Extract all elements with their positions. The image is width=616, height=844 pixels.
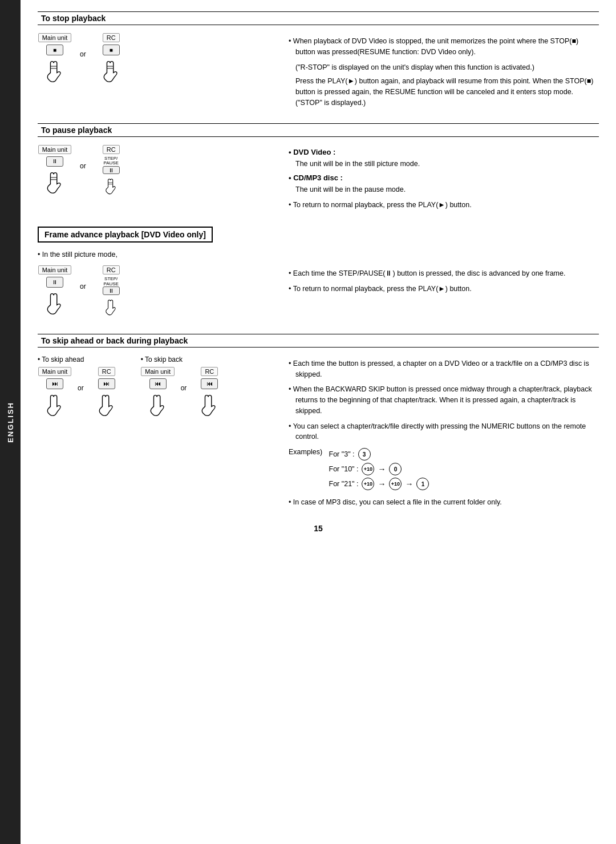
skip-body: To skip ahead Main unit ⏭: [38, 356, 599, 512]
for21-label: For "21" :: [329, 480, 359, 488]
for3-label: For "3" :: [329, 450, 355, 458]
skip-ahead-rc-btn: ⏭: [98, 378, 115, 389]
skip-back-main: Main unit ⏮: [141, 367, 175, 418]
skip-back-rc-hand: [197, 391, 222, 418]
skip-left: To skip ahead Main unit ⏭: [38, 356, 277, 512]
stop-note2: Press the PLAY(►) button again, and play…: [289, 76, 599, 108]
pause-main-btn: ⏸: [46, 156, 63, 167]
stop-bullet1: When playback of DVD Video is stopped, t…: [289, 36, 599, 58]
skip-ahead-main-hand: [42, 391, 67, 418]
pause-rc: RC STEP/PAUSE ⏸: [94, 145, 128, 196]
for21-btn2: +10: [389, 478, 402, 490]
pause-devices: Main unit ⏸ or: [38, 145, 277, 196]
stop-main-btn: ■: [46, 45, 63, 55]
for10-btn1: +10: [362, 463, 374, 475]
examples-section: Examples) For "3" : 3 For "10" :: [289, 448, 599, 492]
example-for10: For "10" : +10 → 0: [329, 463, 429, 475]
pause-main-hand: [42, 169, 67, 196]
skip-back-main-icon: ⏮: [141, 378, 175, 418]
dvd-video-note: The unit will be in the still picture mo…: [289, 159, 599, 169]
section-frame-advance: Frame advance playback [DVD Video only] …: [38, 227, 599, 322]
skip-ahead-devices: Main unit ⏭ or: [38, 367, 124, 418]
skip-back-rc-btn: ⏮: [201, 378, 218, 389]
stop-playback-right: When playback of DVD Video is stopped, t…: [289, 33, 599, 112]
frame-main-hand: [42, 290, 67, 317]
frame-advance-right: Each time the STEP/PAUSE(⏸) button is pr…: [289, 265, 599, 322]
pause-playback-title: To pause playback: [38, 124, 599, 137]
cd-mp3-label: CD/MP3 disc :: [289, 173, 599, 182]
section-pause-playback: To pause playback Main unit ⏸: [38, 123, 599, 215]
pause-rc-label: RC: [103, 145, 120, 154]
sidebar-label: ENGLISH: [6, 402, 15, 443]
frame-rc-label: RC: [103, 265, 120, 274]
section-skip: To skip ahead or back during playback To…: [38, 334, 599, 512]
frame-bullet2: To return to normal playback, press the …: [289, 284, 599, 294]
frame-rc-icon: STEP/PAUSE ⏸: [94, 277, 128, 317]
frame-rc-hand: [99, 297, 124, 317]
stop-main-hand: [42, 58, 67, 84]
skip-back-rc-icon: ⏮: [192, 378, 226, 418]
for21-arrow1: →: [378, 479, 386, 488]
stop-note1: ("R-STOP" is displayed on the unit's dis…: [289, 62, 599, 73]
skip-bullet3: You can select a chapter/track/file dire…: [289, 421, 599, 443]
main-content: To stop playback Main unit ■: [21, 0, 616, 844]
for21-btn3: 1: [416, 478, 429, 490]
skip-back-main-hand: [145, 391, 171, 418]
pause-main-icon: ⏸: [38, 156, 72, 196]
examples-header: Examples) For "3" : 3 For "10" :: [289, 448, 599, 492]
skip-ahead-item: To skip ahead Main unit ⏭: [38, 356, 124, 418]
examples-rows: For "3" : 3 For "10" : +10 → 0: [329, 448, 429, 492]
frame-or: or: [80, 282, 86, 290]
for10-btn2: 0: [389, 463, 402, 475]
step-pause-label: STEP/PAUSE: [103, 156, 119, 167]
stop-rc: RC ■: [94, 33, 128, 84]
stop-playback-title: To stop playback: [38, 12, 599, 25]
skip-ahead-label: To skip ahead: [38, 356, 84, 364]
stop-rc-hand: [99, 58, 124, 84]
stop-main-unit: Main unit ■: [38, 33, 72, 84]
skip-back-rc-label: RC: [201, 367, 218, 376]
frame-rc-btn: ⏸: [103, 286, 120, 294]
pause-bullet1: To return to normal playback, press the …: [289, 200, 599, 211]
frame-advance-left: Main unit ⏸ or RC: [38, 265, 277, 322]
example-for3: For "3" : 3: [329, 448, 429, 461]
skip-back-devices: Main unit ⏮ or: [141, 367, 227, 418]
pause-main-label: Main unit: [38, 145, 72, 154]
frame-step-pause-label: STEP/PAUSE: [103, 277, 119, 287]
for10-arrow: →: [378, 465, 386, 474]
pause-or: or: [80, 162, 86, 170]
frame-main-btn: ⏸: [46, 277, 63, 288]
for10-label: For "10" :: [329, 465, 359, 473]
frame-advance-pretext: In the still picture mode,: [38, 251, 599, 259]
example-for21: For "21" : +10 → +10 → 1: [329, 478, 429, 490]
frame-advance-body: Main unit ⏸ or RC: [38, 265, 599, 322]
skip-ahead-main-btn: ⏭: [46, 378, 63, 389]
frame-advance-title-wrap: Frame advance playback [DVD Video only]: [38, 227, 213, 251]
frame-advance-devices: Main unit ⏸ or RC: [38, 265, 277, 317]
skip-bullet1: Each time the button is pressed, a chapt…: [289, 358, 599, 380]
frame-rc: RC STEP/PAUSE ⏸: [94, 265, 128, 317]
skip-ahead-rc-icon: ⏭: [90, 378, 124, 418]
skip-back-item: To skip back Main unit ⏮: [141, 356, 227, 418]
pause-main-unit: Main unit ⏸: [38, 145, 72, 196]
stop-playback-body: Main unit ■ or: [38, 33, 599, 112]
stop-rc-btn: ■: [103, 45, 120, 55]
skip-back-main-label: Main unit: [141, 367, 175, 376]
skip-ahead-rc-label: RC: [98, 367, 115, 376]
stop-main-unit-icon: ■: [38, 45, 72, 84]
pause-rc-btn: ⏸: [103, 166, 120, 174]
skip-subsection: To skip ahead Main unit ⏭: [38, 356, 277, 418]
frame-main-unit: Main unit ⏸: [38, 265, 72, 317]
page-number: 15: [38, 524, 599, 533]
section-stop-playback: To stop playback Main unit ■: [38, 11, 599, 112]
stop-rc-label: RC: [103, 33, 120, 42]
skip-ahead-or: or: [78, 384, 84, 392]
frame-bullet1: Each time the STEP/PAUSE(⏸) button is pr…: [289, 268, 599, 279]
stop-playback-left: Main unit ■ or: [38, 33, 277, 112]
skip-back-rc: RC ⏮: [192, 367, 226, 418]
for3-btn: 3: [358, 448, 371, 461]
skip-bullet4: In case of MP3 disc, you can select a fi…: [289, 497, 599, 508]
pause-left: Main unit ⏸ or: [38, 145, 277, 215]
stop-playback-devices: Main unit ■ or: [38, 33, 277, 84]
skip-ahead-main-label: Main unit: [38, 367, 72, 376]
